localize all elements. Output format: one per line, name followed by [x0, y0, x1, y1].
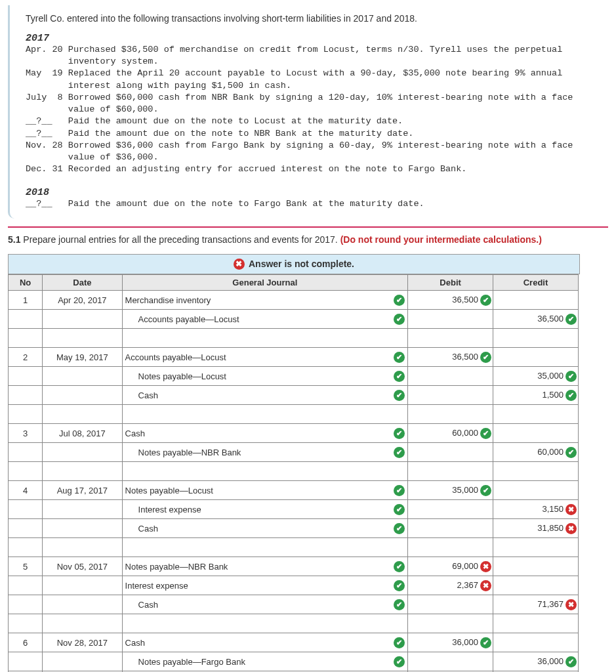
entry-date[interactable]	[43, 576, 122, 595]
account-cell[interactable]: Cash✔	[122, 633, 408, 652]
check-icon: ✔	[394, 599, 405, 610]
account-cell[interactable]: Cash✔	[122, 595, 408, 614]
credit-cell[interactable]: 31,850✖	[493, 519, 579, 538]
credit-cell[interactable]	[493, 557, 579, 576]
entry-date[interactable]	[43, 310, 122, 329]
credit-cell[interactable]: 3,150✖	[493, 500, 579, 519]
transactions-2018: __?__ Paid the amount due on the note to…	[26, 198, 592, 210]
entry-date[interactable]: Apr 20, 2017	[43, 291, 122, 310]
table-row: Interest expense✔2,367✖	[9, 576, 579, 595]
year-2017: 2017	[26, 33, 592, 44]
col-date: Date	[43, 275, 122, 291]
entry-date[interactable]	[43, 500, 122, 519]
col-debit: Debit	[408, 275, 493, 291]
debit-cell[interactable]	[408, 367, 493, 386]
debit-cell[interactable]	[408, 519, 493, 538]
entry-date[interactable]: May 19, 2017	[43, 348, 122, 367]
table-row: 1Apr 20, 2017Merchandise inventory✔36,50…	[9, 291, 579, 310]
table-row	[9, 329, 579, 348]
account-cell[interactable]: Notes payable—NBR Bank✔	[122, 443, 408, 462]
entry-date[interactable]	[43, 519, 122, 538]
credit-cell[interactable]	[493, 291, 579, 310]
credit-cell[interactable]: 36,500✔	[493, 310, 579, 329]
credit-cell[interactable]	[493, 481, 579, 500]
entry-date[interactable]	[43, 367, 122, 386]
account-name: Cash	[125, 638, 145, 648]
debit-cell[interactable]: 2,367✖	[408, 576, 493, 595]
check-icon: ✔	[394, 561, 405, 572]
entry-no	[9, 652, 43, 671]
table-row: Accounts payable—Locust✔36,500✔	[9, 310, 579, 329]
table-row: 2May 19, 2017Accounts payable—Locust✔36,…	[9, 348, 579, 367]
account-cell[interactable]: Notes payable—Fargo Bank✔	[122, 652, 408, 671]
credit-cell[interactable]: 60,000✔	[493, 443, 579, 462]
account-cell[interactable]: Cash✔	[122, 519, 408, 538]
debit-cell[interactable]: 35,000✔	[408, 481, 493, 500]
table-row: 6Nov 28, 2017Cash✔36,000✔	[9, 633, 579, 652]
debit-cell[interactable]	[408, 500, 493, 519]
table-row: 3Jul 08, 2017Cash✔60,000✔	[9, 424, 579, 443]
debit-cell[interactable]	[408, 310, 493, 329]
transactions-2017: Apr. 20 Purchased $36,500 of merchandise…	[26, 44, 592, 175]
credit-cell[interactable]	[493, 576, 579, 595]
x-icon: ✖	[565, 504, 577, 515]
entry-date[interactable]: Nov 05, 2017	[43, 557, 122, 576]
entry-date[interactable]: Nov 28, 2017	[43, 633, 122, 652]
x-icon: ✖	[565, 599, 577, 610]
debit-cell[interactable]	[408, 652, 493, 671]
account-cell[interactable]: Accounts payable—Locust✔	[122, 348, 408, 367]
account-cell[interactable]: Accounts payable—Locust✔	[122, 310, 408, 329]
question-hint: (Do not round your intermediate calculat…	[340, 234, 542, 245]
check-icon: ✔	[565, 656, 577, 667]
account-name: Cash	[138, 524, 158, 534]
check-icon: ✔	[480, 352, 491, 363]
debit-cell[interactable]: 36,000✔	[408, 633, 493, 652]
entry-date[interactable]: Jul 08, 2017	[43, 424, 122, 443]
account-cell[interactable]: Notes payable—Locust✔	[122, 481, 408, 500]
credit-cell[interactable]: 71,367✖	[493, 595, 579, 614]
account-cell[interactable]: Interest expense✔	[122, 576, 408, 595]
entry-date[interactable]	[43, 652, 122, 671]
debit-cell[interactable]: 36,500✔	[408, 348, 493, 367]
debit-cell[interactable]: 60,000✔	[408, 424, 493, 443]
entry-date[interactable]	[43, 443, 122, 462]
check-icon: ✔	[394, 580, 405, 591]
check-icon: ✔	[394, 504, 405, 515]
debit-cell[interactable]: 36,500✔	[408, 291, 493, 310]
entry-date[interactable]: Aug 17, 2017	[43, 481, 122, 500]
debit-cell[interactable]	[408, 595, 493, 614]
credit-cell[interactable]	[493, 633, 579, 652]
entry-date[interactable]	[43, 595, 122, 614]
table-row: Interest expense✔3,150✖	[9, 500, 579, 519]
account-cell[interactable]: Notes payable—NBR Bank✔	[122, 557, 408, 576]
account-cell[interactable]: Notes payable—Locust✔	[122, 367, 408, 386]
account-cell[interactable]: Merchandise inventory✔	[122, 291, 408, 310]
account-name: Accounts payable—Locust	[138, 314, 239, 324]
section-divider	[8, 226, 608, 228]
entry-no: 4	[9, 481, 43, 500]
credit-cell[interactable]: 35,000✔	[493, 367, 579, 386]
journal-table: No Date General Journal Debit Credit 1Ap…	[8, 274, 579, 672]
account-name: Cash	[138, 600, 158, 610]
credit-cell[interactable]	[493, 424, 579, 443]
account-name: Cash	[125, 429, 145, 438]
check-icon: ✔	[394, 637, 405, 648]
account-cell[interactable]: Cash✔	[122, 386, 408, 405]
problem-intro: Tyrell Co. entered into the following tr…	[26, 13, 592, 24]
problem-box: Tyrell Co. entered into the following tr…	[8, 5, 608, 219]
credit-cell[interactable]: 36,000✔	[493, 652, 579, 671]
table-row: Cash✔71,367✖	[9, 595, 579, 614]
check-icon: ✔	[480, 637, 491, 648]
debit-cell[interactable]	[408, 386, 493, 405]
table-row: Notes payable—NBR Bank✔60,000✔	[9, 443, 579, 462]
check-icon: ✔	[394, 485, 405, 496]
table-row: 4Aug 17, 2017Notes payable—Locust✔35,000…	[9, 481, 579, 500]
entry-date[interactable]	[43, 386, 122, 405]
debit-cell[interactable]: 69,000✖	[408, 557, 493, 576]
credit-cell[interactable]	[493, 348, 579, 367]
account-cell[interactable]: Interest expense✔	[122, 500, 408, 519]
account-cell[interactable]: Cash✔	[122, 424, 408, 443]
credit-cell[interactable]: 1,500✔	[493, 386, 579, 405]
debit-cell[interactable]	[408, 443, 493, 462]
table-row	[9, 538, 579, 557]
